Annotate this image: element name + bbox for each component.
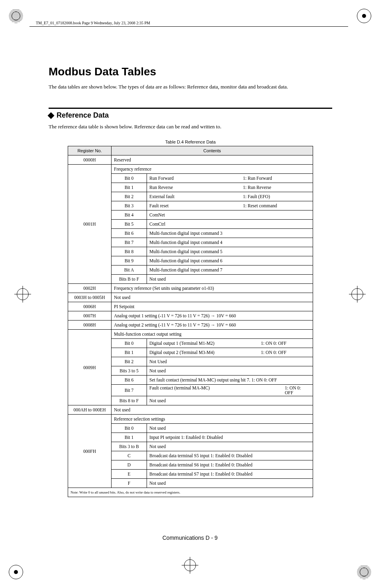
table-caption: Table D.4 Reference Data: [68, 140, 313, 146]
cell-content: Reserved: [112, 155, 313, 165]
cell-content-right: 1: ON 0: OFF: [285, 385, 310, 395]
crop-mark-top-left: [9, 9, 23, 23]
table-row: 000FH Reference selection settings: [68, 415, 313, 424]
cell-content: Multi-function digital input command 7: [147, 265, 313, 275]
cell-content: Not used: [112, 293, 313, 302]
cell-content: External fault1: Fault (EFO): [147, 192, 313, 201]
cell-bit: F: [112, 479, 147, 488]
cell-register: 0001H: [68, 165, 112, 284]
document-page: TM_E7_01_07182008.book Page 9 Wednesday,…: [0, 0, 380, 588]
table-note-row: Note: Write 0 to all unused bits. Also, …: [68, 488, 313, 497]
table-row: 0003H to 0005H Not used: [68, 293, 313, 302]
page-content: Modbus Data Tables The data tables are s…: [49, 65, 332, 497]
cell-register: 0006H: [68, 302, 112, 311]
section-title: Modbus Data Tables: [49, 65, 332, 78]
cell-content-right: 1: Fault (EFO): [243, 194, 310, 199]
cell-content-left: Fault contact (terminal MA-MC): [149, 385, 285, 395]
cell-content: ComCtrl: [147, 220, 313, 229]
cell-content-left: Digital output 2 (Terminal M3-M4): [149, 350, 261, 355]
cell-content: ComNet: [147, 210, 313, 220]
table-row: 0007H Analog output 1 setting (-11 V = 7…: [68, 311, 313, 321]
subsection-rule: [49, 108, 332, 109]
cell-bit: Bit 6: [112, 229, 147, 238]
cell-bit: Bit 2: [112, 192, 147, 201]
cell-content-right: 1: Run Forward: [243, 176, 310, 181]
cell-bit: Bit 4: [112, 210, 147, 220]
cell-register: 0003H to 0005H: [68, 293, 112, 302]
cell-content: Digital output 1 (Terminal M1-M2)1: ON 0…: [147, 339, 313, 348]
table-note: Note: Write 0 to all unused bits. Also, …: [68, 488, 313, 497]
table-header-row: Register No. Contents: [68, 146, 313, 155]
table-row: 0002H Frequency reference (Set units usi…: [68, 284, 313, 293]
cell-bit: Bit 5: [112, 220, 147, 229]
cell-content: Analog output 1 setting (-11 V = 726 to …: [112, 311, 313, 321]
cell-content: Multi-function digital input command 6: [147, 256, 313, 265]
cell-content-right: 1: ON 0: OFF: [261, 350, 310, 355]
page-footer: Communications D - 9: [0, 535, 380, 541]
cell-content-left: External fault: [149, 194, 243, 199]
cell-group-header: Frequency reference: [112, 165, 313, 174]
cell-bit: Bit 1: [112, 348, 147, 357]
cell-content: Not used: [147, 396, 313, 405]
table-row: 0009H Multi-function contact output sett…: [68, 330, 313, 339]
cell-bit: Bit 9: [112, 256, 147, 265]
cell-content: Not used: [147, 424, 313, 433]
cell-bit: Bit 0: [112, 339, 147, 348]
cell-content: Run Forward1: Run Forward: [147, 174, 313, 183]
cell-content: Set fault contact (terminal MA-MC) outpu…: [147, 376, 313, 385]
cell-register: 000FH: [68, 415, 112, 488]
cell-bit: Bits 8 to F: [112, 396, 147, 405]
cell-content: Not used: [147, 479, 313, 488]
cell-bit: Bit 0: [112, 174, 147, 183]
cell-content: Broadcast data terminal S7 input 1: Enab…: [147, 470, 313, 479]
cell-bit: Bit 3: [112, 201, 147, 210]
crop-mark-top-right: [357, 9, 371, 23]
cell-content-right: 1: ON 0: OFF: [261, 341, 310, 346]
cell-bit: Bit 7: [112, 385, 147, 396]
cell-bit: Bits 3 to B: [112, 442, 147, 451]
cell-register: 0007H: [68, 311, 112, 321]
cell-content: Frequency reference (Set units using par…: [112, 284, 313, 293]
col-header-contents: Contents: [112, 146, 313, 155]
register-mark-bottom: [182, 557, 198, 574]
cell-content: Run Reverse1: Run Reverse: [147, 183, 313, 192]
cell-content: PI Setpoint: [112, 302, 313, 311]
table-row: 0006H PI Setpoint: [68, 302, 313, 311]
cell-content-left: Fault reset: [149, 203, 243, 208]
cell-content: Not used: [147, 275, 313, 284]
cell-bit: Bits 3 to 5: [112, 366, 147, 376]
print-header-text: TM_E7_01_07182008.book Page 9 Wednesday,…: [36, 21, 150, 25]
cell-content-left: Run Reverse: [149, 185, 243, 190]
cell-content: Broadcast data terminal S6 input 1: Enab…: [147, 460, 313, 470]
cell-content-right: 1: Reset command: [243, 203, 310, 208]
cell-bit: C: [112, 451, 147, 460]
cell-register: 0008H: [68, 321, 112, 330]
cell-content: Not Used: [147, 357, 313, 366]
cell-content: Broadcast data terminal S5 input 1: Enab…: [147, 451, 313, 460]
cell-bit: E: [112, 470, 147, 479]
cell-content: Multi-function digital input command 5: [147, 247, 313, 256]
cell-bit: Bits B to F: [112, 275, 147, 284]
col-header-register: Register No.: [68, 146, 112, 155]
cell-content: Digital output 2 (Terminal M3-M4)1: ON 0…: [147, 348, 313, 357]
register-mark-left: [14, 286, 31, 303]
cell-content: Multi-function digital input command 4: [147, 238, 313, 247]
reference-data-table: Table D.4 Reference Data Register No. Co…: [68, 140, 313, 497]
cell-content-right: 1: Run Reverse: [243, 185, 310, 190]
cell-content: Multi-function digital input command 3: [147, 229, 313, 238]
table-row: 000AH to 000EH Not used: [68, 405, 313, 415]
diamond-bullet-icon: [48, 112, 55, 119]
cell-register: 0002H: [68, 284, 112, 293]
cell-bit: Bit A: [112, 265, 147, 275]
cell-bit: Bit 1: [112, 183, 147, 192]
cell-group-header: Reference selection settings: [112, 415, 313, 424]
cell-content: Not used: [147, 442, 313, 451]
section-intro: The data tables are shown below. The typ…: [49, 84, 332, 90]
cell-content: Input PI setpoint 1: Enabled 0: Disabled: [147, 433, 313, 442]
cell-register: 0000H: [68, 155, 112, 165]
table-row: 0000H Reserved: [68, 155, 313, 165]
cell-bit: Bit 1: [112, 433, 147, 442]
crop-mark-bottom-left: [9, 565, 23, 579]
subsection-title: Reference Data: [57, 111, 109, 120]
cell-bit: Bit 8: [112, 247, 147, 256]
